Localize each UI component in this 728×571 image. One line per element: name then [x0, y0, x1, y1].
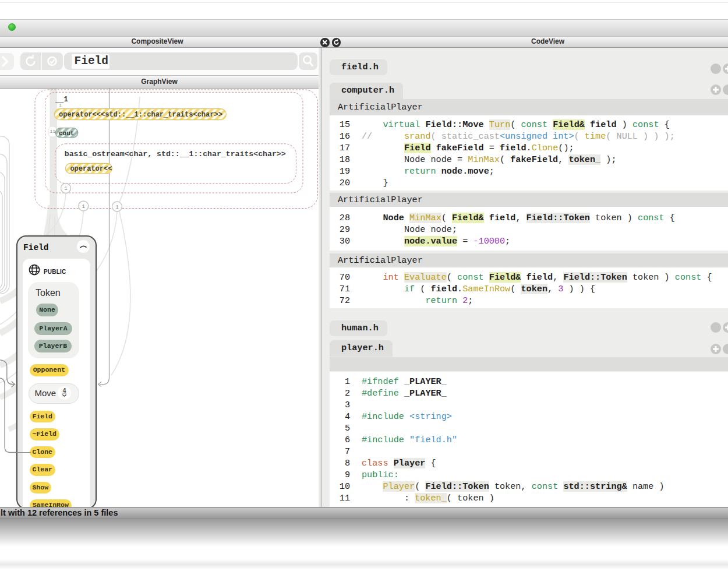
svg-text:4: 4	[63, 387, 66, 394]
svg-text:11: 11	[50, 129, 56, 134]
svg-text:operator<<: operator<<	[70, 165, 112, 173]
svg-text:operator<<<std::__1::char_trai: operator<<<std::__1::char_traits<char>>	[59, 111, 222, 119]
svg-text:1: 1	[64, 186, 67, 192]
svg-text:1: 1	[82, 204, 85, 210]
svg-text:1: 1	[59, 103, 62, 108]
svg-text:1: 1	[115, 205, 118, 210]
svg-text:cout: cout	[59, 130, 74, 137]
svg-text:basic_ostream<char, std::__1::: basic_ostream<char, std::__1::char_trait…	[65, 150, 286, 158]
